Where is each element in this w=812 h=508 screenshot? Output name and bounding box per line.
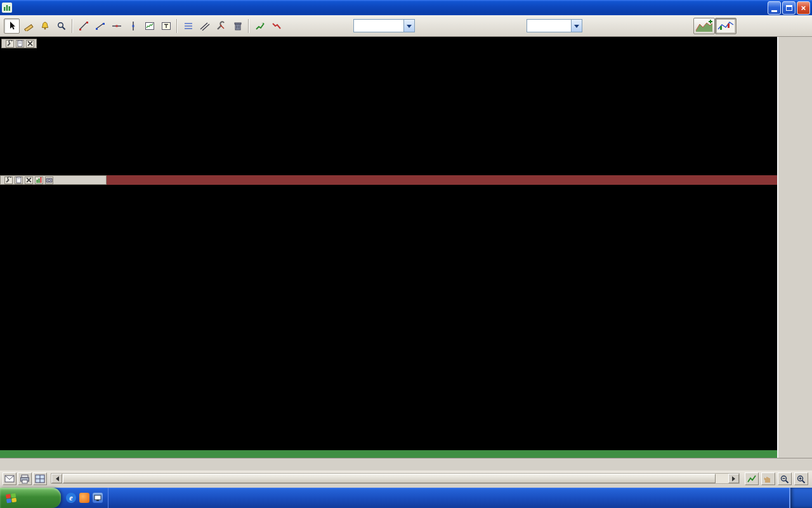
pattern-up-tool[interactable] — [252, 18, 268, 34]
price-axis[interactable] — [777, 37, 812, 458]
trash-icon — [233, 21, 243, 31]
heikin-ashi-chart[interactable] — [0, 185, 777, 450]
page-icon — [15, 177, 22, 184]
ha-settings-button[interactable] — [4, 177, 13, 184]
mini-area-chart-icon — [695, 19, 714, 33]
period-dropdown[interactable] — [527, 19, 582, 32]
pan-button[interactable] — [761, 472, 775, 485]
zoom-out-icon — [780, 474, 790, 484]
scroll-left-button[interactable] — [51, 474, 62, 483]
chart-frame-icon — [145, 21, 155, 31]
close-icon — [25, 177, 32, 184]
heikin-ashi-header-bar — [0, 175, 777, 185]
close-button[interactable]: × — [797, 1, 810, 15]
delete-tool[interactable] — [230, 18, 246, 34]
auto-scale-button[interactable] — [745, 472, 759, 485]
window-titlebar: × — [0, 0, 812, 15]
chart-scale-icon — [747, 474, 757, 483]
segment-tool[interactable] — [92, 18, 108, 34]
vertical-line-tool[interactable] — [125, 18, 141, 34]
zoom-in-button[interactable] — [794, 472, 808, 485]
toolbar-separator — [248, 19, 249, 33]
liquidity-copy-button[interactable] — [16, 40, 24, 48]
main-toolbar — [0, 15, 812, 37]
chart-frame-tool[interactable] — [141, 18, 157, 34]
maximize-icon — [786, 5, 792, 11]
quick-launch-firefox-icon[interactable] — [79, 493, 89, 503]
printer-icon — [20, 474, 30, 484]
text-icon — [161, 21, 171, 31]
fibonacci-tool[interactable] — [180, 18, 196, 34]
camera-icon — [46, 177, 53, 184]
left-arrow-icon — [53, 476, 59, 481]
windows-logo-icon — [5, 491, 18, 504]
close-icon: × — [801, 3, 806, 13]
quick-launch-bar: e — [61, 488, 108, 508]
desktop-icon — [94, 494, 102, 502]
liquidity-close-button[interactable] — [26, 40, 34, 48]
fibonacci-icon — [183, 21, 193, 31]
windows-taskbar: e — [0, 488, 812, 508]
columns-icon — [36, 177, 43, 184]
minimize-button[interactable] — [768, 1, 781, 15]
crosshair-line-tool[interactable] — [75, 18, 91, 34]
ha-copy-button[interactable] — [15, 177, 23, 184]
dropdown-arrow-icon[interactable] — [403, 20, 414, 32]
crosshair-line-icon — [79, 21, 89, 31]
vertical-line-icon — [128, 21, 138, 31]
dropdown-arrow-icon[interactable] — [571, 20, 582, 32]
toolbar-separator — [176, 19, 178, 33]
start-button[interactable] — [0, 488, 61, 508]
system-tray — [789, 488, 812, 508]
magnifier-icon — [56, 21, 67, 31]
email-button[interactable] — [3, 472, 16, 485]
units-dropdown[interactable] — [353, 19, 415, 32]
zoom-tool[interactable] — [53, 18, 69, 34]
quick-launch-ie-icon[interactable]: e — [66, 493, 76, 503]
scrollbar-thumb[interactable] — [63, 474, 716, 483]
ha-expand-button[interactable] — [35, 177, 43, 184]
zoom-out-button[interactable] — [778, 472, 792, 485]
liquidity-panel-header — [1, 39, 37, 48]
add-indicator-button[interactable] — [693, 18, 715, 34]
workspace-button[interactable] — [33, 472, 47, 485]
liquidity-chart[interactable] — [0, 37, 777, 175]
toolbar-separator — [72, 19, 73, 33]
heikin-ashi-header — [0, 175, 107, 185]
scroll-right-button[interactable] — [728, 474, 739, 483]
price-change-strip-top — [107, 175, 777, 185]
alarm-tool[interactable] — [37, 18, 53, 34]
settings-tool[interactable] — [213, 18, 229, 34]
minimize-icon — [771, 10, 777, 12]
trend-up-icon — [255, 21, 265, 31]
horizontal-scrollbar[interactable] — [51, 473, 740, 484]
measure-tool[interactable] — [20, 18, 36, 34]
scrollbar-track[interactable] — [62, 474, 728, 483]
chart-mode-button[interactable] — [715, 18, 737, 34]
workspace-icon — [35, 474, 45, 483]
select-tool[interactable] — [4, 18, 20, 34]
bell-icon — [40, 21, 50, 31]
wrench-icon — [5, 177, 12, 184]
time-axis[interactable] — [0, 458, 812, 471]
ha-snapshot-button[interactable] — [45, 177, 53, 184]
quick-launch-desktop-icon[interactable] — [93, 493, 103, 503]
trend-down-icon — [272, 21, 282, 31]
text-note-tool[interactable] — [158, 18, 174, 34]
pointer-icon — [7, 21, 17, 31]
right-arrow-icon — [732, 476, 738, 481]
close-icon — [27, 40, 34, 47]
app-icon — [2, 3, 12, 13]
maximize-button[interactable] — [782, 1, 796, 15]
bottom-toolbar — [0, 471, 812, 488]
channel-tool[interactable] — [197, 18, 213, 34]
zoom-in-icon — [796, 474, 806, 484]
price-change-strip-bottom — [0, 450, 777, 458]
ha-close-button[interactable] — [25, 177, 33, 184]
print-button[interactable] — [18, 472, 32, 485]
liquidity-settings-button[interactable] — [6, 40, 14, 48]
wrench-icon — [216, 21, 226, 31]
page-icon — [16, 40, 23, 47]
pattern-down-tool[interactable] — [268, 18, 284, 34]
horizontal-line-tool[interactable] — [108, 18, 124, 34]
